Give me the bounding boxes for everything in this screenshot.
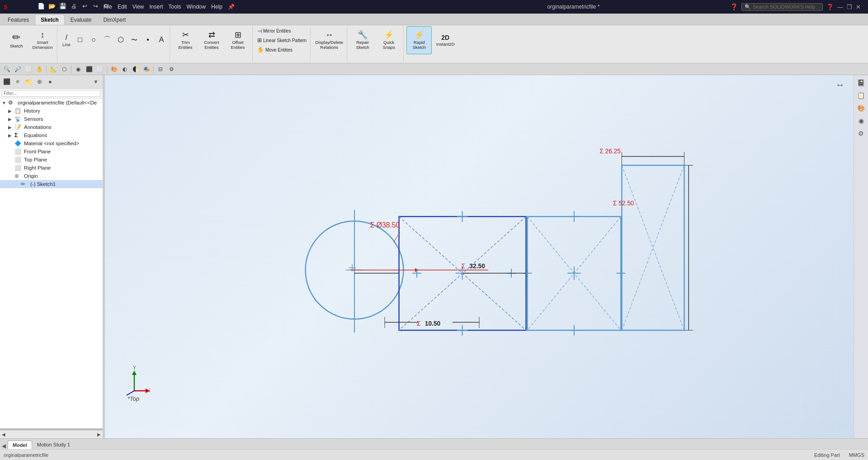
print-btn[interactable]: 🖨 — [69, 1, 79, 11]
scroll-left-btn[interactable]: ◀ — [2, 432, 5, 437]
rect-button[interactable]: □ — [74, 26, 86, 54]
redo-btn[interactable]: ↪ — [90, 1, 100, 11]
smart-dimension-button[interactable]: ↕ SmartDimension — [30, 26, 55, 54]
panel-filter-btn[interactable]: ▼ — [91, 77, 101, 87]
right-icon-settings[interactable]: ⚙ — [855, 128, 867, 139]
line-label: Line — [62, 42, 71, 47]
ribbon-draw-buttons: / Line □ ○ ⌒ ⬡ 〜 — [60, 26, 168, 62]
tree-item-top-plane[interactable]: ⬜ Top Plane — [0, 156, 103, 164]
standard-views-btn[interactable]: ⬡ — [59, 65, 69, 74]
quick-snaps-button[interactable]: ⚡ QuickSnaps — [376, 26, 401, 54]
menu-edit[interactable]: Edit — [118, 4, 127, 10]
history-icon: 📋 — [14, 108, 23, 114]
scene-btn[interactable]: 🎨 — [109, 65, 119, 74]
tree-item-annotations[interactable]: ▶ 📝 Annotations — [0, 123, 103, 131]
panel-btn-dot[interactable]: ● — [45, 77, 55, 87]
zoom-area-btn[interactable]: ⬜ — [24, 65, 33, 74]
appearance-btn[interactable]: 🎭 — [142, 65, 151, 74]
circle-button[interactable]: ○ — [87, 26, 100, 54]
tab-evaluate[interactable]: Evaluate — [65, 14, 98, 25]
right-icon-palette[interactable]: 🎨 — [855, 102, 867, 114]
tree-item-right-plane[interactable]: ⬜ Right Plane — [0, 164, 103, 172]
help-question[interactable]: ❓ — [826, 4, 834, 10]
tab-features[interactable]: Features — [2, 14, 35, 25]
hidden-lines-btn[interactable]: ⬜ — [95, 65, 105, 74]
undo-btn[interactable]: ↩ — [80, 1, 90, 11]
tab-dimxpert[interactable]: DimXpert — [97, 14, 132, 25]
panel-btn-tree[interactable]: ≡ — [13, 77, 23, 87]
tree-item-sensors[interactable]: ▶ 📡 Sensors — [0, 115, 103, 123]
menu-tools[interactable]: Tools — [169, 4, 181, 10]
tree-item-front-plane[interactable]: ⬜ Front Plane — [0, 147, 103, 156]
sketch-button[interactable]: ✏ Sketch — [4, 26, 29, 54]
right-icon-clipboard[interactable]: 📋 — [855, 90, 867, 101]
menu-insert[interactable]: Insert — [150, 4, 163, 10]
repair-sketch-button[interactable]: 🔧 RepairSketch — [350, 26, 375, 54]
new-btn[interactable]: 📄 — [36, 1, 46, 11]
rapid-sketch-button[interactable]: ⚡ RapidSketch — [406, 26, 432, 54]
trim-entities-button[interactable]: ✂ TrimEntities — [173, 26, 198, 54]
tab-model[interactable]: Model — [8, 441, 32, 449]
linear-sketch-pattern-label: Linear Sketch Pattern — [263, 38, 307, 43]
text-icon: A — [159, 36, 164, 43]
panel-btn-prop[interactable]: ⬛ — [2, 77, 12, 87]
tree-item-equations[interactable]: ▶ Σ Equations — [0, 131, 103, 139]
tab-motion-study-1[interactable]: Motion Study 1 — [32, 440, 75, 449]
line-button[interactable]: / Line — [60, 26, 73, 54]
zoom-to-fit-btn[interactable]: 🔍 — [2, 65, 12, 74]
options-btn[interactable]: ⚙ — [101, 1, 111, 11]
tree-item-history[interactable]: ▶ 📋 History — [0, 107, 103, 115]
scroll-tabs-left[interactable]: ◀ — [2, 443, 6, 449]
search-input[interactable] — [753, 4, 816, 9]
arc-button[interactable]: ⌒ — [101, 26, 113, 54]
right-icon-calendar[interactable]: 📓 — [855, 77, 867, 89]
panel-btn-folder[interactable]: 📁 — [24, 77, 33, 87]
menu-window[interactable]: Window — [187, 4, 206, 10]
tab-sketch[interactable]: Sketch — [35, 14, 64, 25]
svg-text:10.50: 10.50 — [425, 320, 441, 327]
sensors-icon: 📡 — [14, 116, 23, 122]
tree-item-material[interactable]: 🔷 Material <not specified> — [0, 139, 103, 147]
close-btn[interactable]: ✕ — [856, 4, 861, 10]
right-icon-circle[interactable]: ◉ — [855, 115, 867, 127]
point-button[interactable]: • — [142, 26, 154, 54]
settings-btn[interactable]: ⚙ — [166, 65, 176, 74]
linear-sketch-pattern-button[interactable]: ⊞ Linear Sketch Pattern — [255, 36, 308, 44]
text-button[interactable]: A — [155, 26, 168, 54]
display-delete-relations-button[interactable]: ↔ Display/DeleteRelations — [313, 26, 345, 54]
restore-btn[interactable]: ❐ — [847, 4, 852, 10]
viewport[interactable]: Σ Ø38.50 Σ 32.50 Σ 10.50 Σ 26.25 Σ 52.50 — [105, 75, 854, 438]
section-view-btn[interactable]: ⊟ — [156, 65, 165, 74]
move-entities-button[interactable]: ✋ Move Entities — [255, 46, 308, 54]
ribbon-group-basic-sketch: ✏ Sketch ↕ SmartDimension — [2, 26, 57, 62]
menu-view[interactable]: View — [132, 4, 144, 10]
tree-item-sketch1[interactable]: ✏ (-) Sketch1 — [0, 180, 103, 188]
vt-sep1 — [46, 65, 47, 73]
polygon-button[interactable]: ⬡ — [114, 26, 127, 54]
offset-entities-button[interactable]: ⊞ OffsetEntities — [225, 26, 250, 54]
scroll-right-btn[interactable]: ▶ — [97, 432, 101, 437]
tree-filter-input[interactable] — [2, 90, 101, 97]
panel-btn-add[interactable]: ⊕ — [34, 77, 44, 87]
save-btn[interactable]: 💾 — [58, 1, 68, 11]
menu-pin[interactable]: 📌 — [228, 4, 235, 10]
feature-tree: ▼ ⚙ orginalparametricfile (Default<<De ▶… — [0, 99, 103, 428]
menu-help[interactable]: Help — [211, 4, 222, 10]
view-selector-btn[interactable]: 📐 — [48, 65, 58, 74]
open-btn[interactable]: 📂 — [47, 1, 57, 11]
tree-item-origin[interactable]: ⊕ Origin — [0, 172, 103, 180]
tree-root-item[interactable]: ▼ ⚙ orginalparametricfile (Default<<De — [0, 99, 103, 107]
mirror-entities-button[interactable]: ⊣ Mirror Entities — [255, 27, 308, 35]
wireframe-btn[interactable]: ⬛ — [84, 65, 94, 74]
pan-btn[interactable]: ✋ — [34, 65, 44, 74]
shadow-btn[interactable]: 🌓 — [131, 65, 141, 74]
ribbon-group-modify: ✂ TrimEntities ⇄ ConvertEntities ⊞ Offse… — [171, 26, 253, 62]
instant2d-button[interactable]: 2D Instant2D — [433, 26, 458, 54]
spline-button[interactable]: 〜 — [128, 26, 141, 54]
convert-entities-button[interactable]: ⇄ ConvertEntities — [199, 26, 224, 54]
zoom-in-btn[interactable]: 🔎 — [13, 65, 23, 74]
realview-btn[interactable]: ◐ — [120, 65, 130, 74]
minimize-btn[interactable]: — — [837, 4, 843, 10]
display-style-btn[interactable]: ◉ — [73, 65, 83, 74]
help-icon[interactable]: ❓ — [730, 3, 738, 10]
